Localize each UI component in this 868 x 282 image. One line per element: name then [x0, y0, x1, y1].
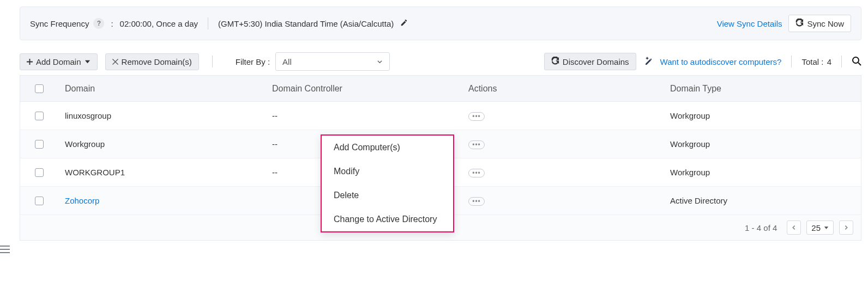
svg-point-0 — [853, 57, 859, 63]
vertical-divider — [841, 56, 842, 68]
cell-domain-link[interactable]: Zohocorp — [58, 196, 266, 205]
view-sync-details-link[interactable]: View Sync Details — [717, 19, 782, 28]
cell-controller: -- — [266, 111, 462, 120]
caret-down-icon — [85, 57, 91, 66]
menu-item-add-computers[interactable]: Add Computer(s) — [322, 136, 453, 160]
remove-domain-label: Remove Domain(s) — [122, 57, 192, 66]
vertical-divider — [212, 56, 213, 68]
cell-type: Workgroup — [664, 111, 827, 120]
sync-now-label: Sync Now — [807, 19, 844, 28]
table-header: Domain Domain Controller Actions Domain … — [20, 76, 861, 102]
sync-now-button[interactable]: Sync Now — [788, 15, 851, 32]
page-range: 1 - 4 of 4 — [745, 223, 777, 232]
cell-type: Workgroup — [664, 168, 827, 177]
sync-frequency-label: Sync Frequency — [30, 19, 89, 28]
menu-item-modify[interactable]: Modify — [322, 160, 453, 183]
col-domain: Domain — [58, 84, 266, 94]
next-page-button[interactable] — [839, 220, 853, 235]
vertical-divider — [791, 56, 792, 68]
row-checkbox[interactable] — [35, 140, 44, 149]
filter-label: Filter By : — [236, 57, 270, 66]
add-domain-button[interactable]: Add Domain — [20, 53, 98, 70]
refresh-icon — [795, 19, 804, 28]
cell-type: Active Directory — [664, 196, 827, 205]
row-actions-menu[interactable]: ••• — [468, 197, 485, 206]
vertical-divider — [208, 17, 208, 29]
select-all-checkbox[interactable] — [35, 84, 44, 93]
page-size-select[interactable]: 25 — [806, 220, 834, 235]
domain-toolbar: Add Domain Remove Domain(s) Filter By : … — [20, 52, 861, 71]
add-domain-label: Add Domain — [36, 57, 81, 66]
filter-select[interactable]: All — [275, 52, 390, 71]
page-size-value: 25 — [811, 223, 821, 232]
chevron-down-icon — [377, 57, 383, 66]
cell-domain: linuxosgroup — [58, 111, 266, 120]
cell-domain: WORKGROUP1 — [58, 168, 266, 177]
separator: : — [111, 19, 113, 28]
row-checkbox[interactable] — [35, 112, 44, 120]
timezone-text: (GMT+5:30) India Standard Time (Asia/Cal… — [218, 19, 394, 28]
close-icon — [112, 57, 118, 66]
row-actions-menu[interactable]: ••• — [468, 140, 485, 149]
edit-icon[interactable] — [400, 19, 408, 28]
sync-frequency-bar: Sync Frequency ? : 02:00:00, Once a day … — [20, 7, 861, 40]
filter-value: All — [282, 57, 292, 66]
cell-type: Workgroup — [664, 139, 827, 149]
discover-domains-label: Discover Domains — [563, 57, 629, 66]
col-controller: Domain Controller — [266, 84, 462, 94]
row-actions-menu[interactable]: ••• — [468, 112, 485, 121]
plus-icon — [27, 57, 33, 66]
col-actions: Actions — [462, 84, 664, 94]
search-icon[interactable] — [852, 56, 861, 68]
wand-icon — [644, 57, 653, 67]
sync-time-value: 02:00:00, Once a day — [120, 19, 198, 28]
discover-domains-button[interactable]: Discover Domains — [544, 53, 636, 70]
menu-item-delete[interactable]: Delete — [322, 183, 453, 207]
row-checkbox[interactable] — [35, 168, 44, 177]
help-icon[interactable]: ? — [93, 18, 104, 29]
menu-item-change-to-ad[interactable]: Change to Active Directory — [322, 207, 453, 231]
remove-domain-button[interactable]: Remove Domain(s) — [105, 53, 199, 70]
autodiscover-link[interactable]: Want to autodiscover computers? — [660, 57, 782, 66]
table-row: linuxosgroup -- ••• Workgroup — [20, 102, 861, 130]
row-checkbox[interactable] — [35, 197, 44, 205]
col-type: Domain Type — [664, 84, 827, 94]
row-actions-menu[interactable]: ••• — [468, 169, 485, 177]
prev-page-button[interactable] — [787, 220, 801, 235]
row-context-menu: Add Computer(s) Modify Delete Change to … — [321, 134, 454, 232]
cell-domain: Workgroup — [58, 139, 266, 149]
refresh-icon — [551, 57, 559, 66]
total-label: Total : 4 — [801, 57, 831, 66]
